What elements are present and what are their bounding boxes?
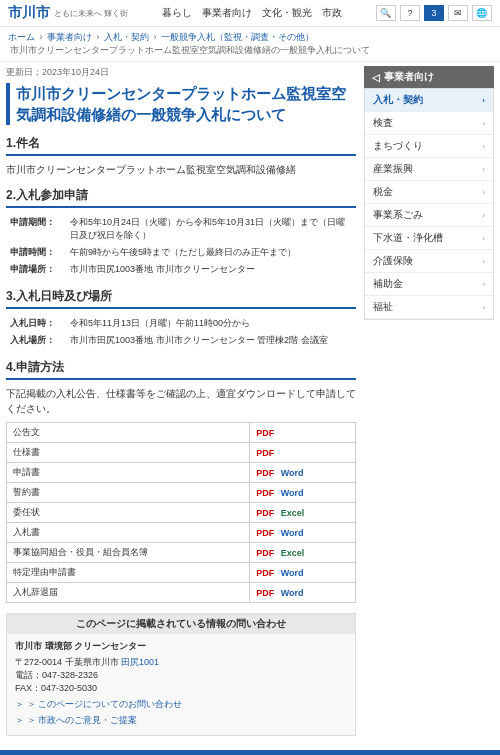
section2-heading: 2.入札参加申請 [6,187,356,208]
chevron-right-icon: › [482,211,485,220]
main-nav: 暮らし 事業者向け 文化・観光 市政 [162,6,342,20]
section4-content: 下記掲載の入札公告、仕様書等をご確認の上、適宜ダウンロードして申請してください。 [6,386,356,416]
doc-links[interactable]: PDF Word [250,523,356,543]
nav-shisei[interactable]: 市政 [322,6,342,20]
section2-table: 申請期間： 令和5年10月24日（火曜）から令和5年10月31日（火曜）まで（日… [6,214,356,278]
excel-link[interactable]: Excel [281,508,305,518]
breadcrumb-jigyosha[interactable]: 事業者向け [47,32,92,42]
label-date: 入札日時： [6,315,66,332]
doc-name: 入札辞退届 [7,583,250,603]
nav-bunka[interactable]: 文化・観光 [262,6,312,20]
label-place: 申請場所： [6,261,66,278]
footer: 市川市 〒272-8501 千葉県市川市八幡1丁目1番1号 電話：047-334… [0,750,500,755]
page-title: 市川市クリーンセンタープラットホーム監視室空気調和設備修繕の一般競争入札について [6,83,356,125]
sidebar-item-hojo[interactable]: 補助金 › [365,273,493,296]
breadcrumb-nyusatsu[interactable]: 入札・契約 [104,32,149,42]
user-icon[interactable]: 3 [424,5,444,21]
help-icon[interactable]: ? [400,5,420,21]
value-period: 令和5年10月24日（火曜）から令和5年10月31日（火曜）まで（日曜日及び祝日… [66,214,356,244]
word-link[interactable]: Word [281,528,304,538]
doc-row-kumiai: 事業協同組合・役員・組合員名簿 PDF Excel [7,543,356,563]
sidebar-item-nyusatsu[interactable]: 入札・契約 › [365,89,493,112]
chevron-right-icon: › [482,142,485,151]
sidebar-item-kaigo[interactable]: 介護保険 › [365,250,493,273]
doc-links[interactable]: PDF Excel [250,543,356,563]
word-link[interactable]: Word [281,468,304,478]
doc-name: 仕様書 [7,443,250,463]
language-icon[interactable]: 🌐 [472,5,492,21]
sidebar-item-machidukuri[interactable]: まちづくり › [365,135,493,158]
doc-name: 公告文 [7,423,250,443]
sidebar-item-kensa[interactable]: 検査 › [365,112,493,135]
doc-row-tokutei: 特定理由申請書 PDF Word [7,563,356,583]
doc-links[interactable]: PDF Excel [250,503,356,523]
label-venue: 入札場所： [6,332,66,349]
sidebar-item-fukushi[interactable]: 福祉 › [365,296,493,319]
table-row: 入札場所： 市川市田尻1003番地 市川市クリーンセンター 管理棟2階 会議室 [6,332,356,349]
table-row: 入札日時： 令和5年11月13日（月曜）午前11時00分から [6,315,356,332]
breadcrumb-ippan[interactable]: 一般競争入札（監視・調査・その他） [161,32,314,42]
label-period: 申請期間： [6,214,66,244]
section3-heading: 3.入札日時及び場所 [6,288,356,309]
breadcrumb-home[interactable]: ホーム [8,32,35,42]
table-row: 申請場所： 市川市田尻1003番地 市川市クリーンセンター [6,261,356,278]
sidebar-item-zeikin[interactable]: 税金 › [365,181,493,204]
excel-link[interactable]: Excel [281,548,305,558]
doc-name: 特定理由申請書 [7,563,250,583]
doc-name: 入札書 [7,523,250,543]
contact-box: このページに掲載されている情報の問い合わせ 市川市 環境部 クリーンセンター 〒… [6,613,356,736]
doc-links[interactable]: PDF Word [250,563,356,583]
pdf-link[interactable]: PDF [256,528,274,538]
doc-row-koukoku: 公告文 PDF [7,423,356,443]
chevron-right-icon: › [482,165,485,174]
contact-title: このページに掲載されている情報の問い合わせ [7,614,355,634]
doc-row-ininjo: 委任状 PDF Excel [7,503,356,523]
breadcrumb: ホーム › 事業者向け › 入札・契約 › 一般競争入札（監視・調査・その他） … [0,27,500,62]
sidebar-item-sangyo[interactable]: 産業振興 › [365,158,493,181]
chevron-right-icon: › [482,280,485,289]
contact-fax: FAX：047-320-5030 [15,682,347,695]
pdf-link[interactable]: PDF [256,508,274,518]
value-place: 市川市田尻1003番地 市川市クリーンセンター [66,261,356,278]
sidebar-menu: 入札・契約 › 検査 › まちづくり › 産業振興 › 税金 › 事業系ごみ › [364,88,494,320]
doc-links[interactable]: PDF [250,443,356,463]
contact-address: 〒272-0014 千葉県市川市 田尻1001 [15,656,347,669]
sidebar: ◁ 事業者向け 入札・契約 › 検査 › まちづくり › 産業振興 › 税金 › [364,66,494,746]
sidebar-item-gomi[interactable]: 事業系ごみ › [365,204,493,227]
word-link[interactable]: Word [281,488,304,498]
pdf-link[interactable]: PDF [256,588,274,598]
word-link[interactable]: Word [281,588,304,598]
pdf-link[interactable]: PDF [256,468,274,478]
doc-links[interactable]: PDF Word [250,583,356,603]
nav-kurashi[interactable]: 暮らし [162,6,192,20]
sidebar-arrow-left: ◁ [372,72,380,83]
main-content: 更新日：2023年10月24日 市川市クリーンセンタープラットホーム監視室空気調… [6,66,356,746]
doc-links[interactable]: PDF [250,423,356,443]
pdf-link[interactable]: PDF [256,488,274,498]
doc-links[interactable]: PDF Word [250,463,356,483]
table-row: 申請期間： 令和5年10月24日（火曜）から令和5年10月31日（火曜）まで（日… [6,214,356,244]
doc-links[interactable]: PDF Word [250,483,356,503]
pdf-link[interactable]: PDF [256,568,274,578]
contact-address-link[interactable]: 田尻1001 [121,657,159,667]
chevron-right-icon: › [482,257,485,266]
section1-heading: 1.件名 [6,135,356,156]
chevron-right-icon: › [482,188,485,197]
pdf-link[interactable]: PDF [256,548,274,558]
doc-row-shinsho: 申請書 PDF Word [7,463,356,483]
doc-row-seiyakusho: 誓約書 PDF Word [7,483,356,503]
pdf-link[interactable]: PDF [256,448,274,458]
search-icon[interactable]: 🔍 [376,5,396,21]
doc-name: 事業協同組合・役員・組合員名簿 [7,543,250,563]
nav-jigyosha[interactable]: 事業者向け [202,6,252,20]
word-link[interactable]: Word [281,568,304,578]
sidebar-item-gesui[interactable]: 下水道・浄化槽 › [365,227,493,250]
doc-name: 誓約書 [7,483,250,503]
contact-opinion-link[interactable]: ＞ 市政へのご意見・ご提案 [15,714,347,727]
documents-table: 公告文 PDF 仕様書 PDF 申請書 PDF Word 誓約書 [6,422,356,603]
mail-icon[interactable]: ✉ [448,5,468,21]
table-row: 申請時間： 午前9時から午後5時まで（ただし最終日のみ正午まで） [6,244,356,261]
pdf-link[interactable]: PDF [256,428,274,438]
contact-inquiry-link[interactable]: ＞ このページについてのお問い合わせ [15,698,347,711]
contact-org: 市川市 環境部 クリーンセンター [15,640,347,653]
